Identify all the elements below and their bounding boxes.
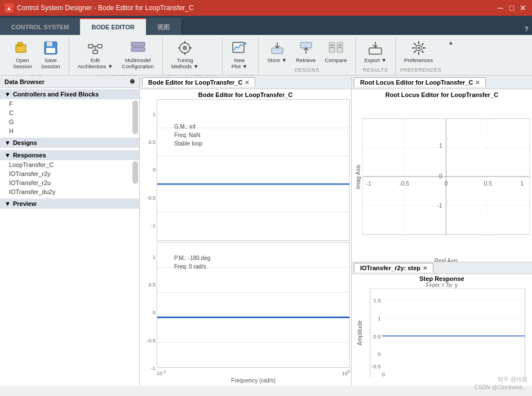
controllers-section-title[interactable]: ▼ Controllers and Fixed Blocks <box>0 89 139 99</box>
phase-freq-label: Freq: 0 rad/s <box>174 262 210 271</box>
bode-phase-annotation: P.M.: -180 deg Freq: 0 rad/s <box>174 254 210 271</box>
rl-y-label: Imag Axis <box>354 98 362 255</box>
tuning-methods-button[interactable]: TuningMethods ▼ <box>167 37 202 73</box>
bode-plot-title: Bode Editor for LoopTransfer_C <box>141 91 350 99</box>
svg-text:0.5: 0.5 <box>373 333 380 339</box>
phase-plot-inner[interactable]: P.M.: -180 deg Freq: 0 rad/s <box>157 242 350 368</box>
collapse-icon-preview: ▼ <box>5 200 11 207</box>
new-plot-label: NewPlot ▼ <box>232 57 247 70</box>
bode-tab-close[interactable]: ✕ <box>245 80 249 86</box>
preferences-button[interactable]: Preferences <box>400 37 437 66</box>
phase-x-axis: 10-1 100 <box>157 368 350 377</box>
magnitude-plot-inner[interactable]: G.M.: inf Freq: NaN Stable loop <box>157 99 350 241</box>
svg-rect-10 <box>131 42 145 46</box>
export-button[interactable]: Export ▼ <box>360 37 391 66</box>
step-response-close[interactable]: ✕ <box>423 265 427 271</box>
svg-rect-1 <box>18 42 23 46</box>
svg-line-38 <box>422 43 424 46</box>
data-browser-title: Data Browser <box>5 78 45 85</box>
edit-architecture-button[interactable]: EditArchitecture ▼ <box>74 37 117 73</box>
svg-text:-0.5: -0.5 <box>399 181 409 187</box>
sidebar-item-C[interactable]: C <box>0 108 139 117</box>
multimodel-label: MultimodelConfiguration <box>122 57 154 70</box>
preferences-label: Preferences <box>404 57 433 63</box>
tuning-icon <box>177 40 193 56</box>
data-browser-header: Data Browser ⊕ <box>0 76 139 88</box>
multimodel-config-button[interactable]: MultimodelConfiguration <box>118 37 158 73</box>
root-locus-tab-bar: Root Locus Editor for LoopTransfer_C ✕ <box>352 76 532 89</box>
retrieve-button[interactable]: Retrieve <box>292 37 320 66</box>
root-locus-panel: Root Locus Editor for LoopTransfer_C ✕ R… <box>352 76 532 262</box>
sidebar-item-iotransfer-r2y[interactable]: IOTransfer_r2y <box>0 169 139 178</box>
sidebar-item-iotransfer-du2y[interactable]: IOTransfer_du2y <box>0 187 139 196</box>
svg-text:1.5: 1.5 <box>373 297 380 303</box>
sidebar-item-looptransfer[interactable]: LoopTransfer_C <box>0 160 139 169</box>
sidebar-item-F[interactable]: F <box>0 99 139 108</box>
preview-section: ▼ Preview <box>0 197 139 210</box>
preferences-icon <box>411 40 427 56</box>
edit-architecture-label: EditArchitecture ▼ <box>78 57 113 70</box>
bode-phase-plot: 10.50-0.5-1 <box>141 242 350 384</box>
store-label: Store ▼ <box>267 57 287 63</box>
ribbon-group-analysis: NewPlot ▼ ANALYSIS <box>223 37 259 75</box>
title-bar: ▲ Control System Designer - Bode Editor … <box>0 0 532 16</box>
collapse-icon: ▼ <box>5 91 11 98</box>
step-y-label: Amplitude <box>354 288 365 377</box>
root-locus-plot-area[interactable]: Root Locus Editor for LoopTransfer_C Ima… <box>352 89 532 262</box>
step-response-tab[interactable]: IOTransfer_r2y: step ✕ <box>354 263 433 272</box>
tab-view[interactable]: 视图 <box>146 18 181 35</box>
root-locus-title: Root Locus Editor for LoopTransfer_C <box>354 91 530 98</box>
preferences-group-label: PREFERENCES <box>400 66 441 73</box>
main-content: Data Browser ⊕ ▼ Controllers and Fixed B… <box>0 76 532 386</box>
maximize-button[interactable]: □ <box>507 3 516 12</box>
root-locus-svg: 1 0 -1 -0.5 0 0.5 -1 1 <box>362 98 530 255</box>
svg-text:-1: -1 <box>437 203 442 209</box>
collapse-icon-responses: ▼ <box>5 152 11 159</box>
new-plot-button[interactable]: NewPlot ▼ <box>227 37 252 73</box>
sidebar-item-H[interactable]: H <box>0 126 139 135</box>
svg-rect-6 <box>97 45 102 48</box>
bode-magnitude-plot: 10.50-0.5-1 <box>141 99 350 241</box>
data-browser-sidebar: Data Browser ⊕ ▼ Controllers and Fixed B… <box>0 76 140 386</box>
bode-editor-tab[interactable]: Bode Editor for LoopTransfer_C ✕ <box>142 77 255 87</box>
ribbon-collapse[interactable]: ▲ <box>446 37 456 75</box>
minimize-button[interactable]: ─ <box>496 3 505 12</box>
root-locus-tab[interactable]: Root Locus Editor for LoopTransfer_C ✕ <box>354 77 486 87</box>
designs-group-label: DESIGNS <box>263 66 351 73</box>
preview-section-title[interactable]: ▼ Preview <box>0 199 139 209</box>
save-session-label: SaveSession <box>41 57 60 70</box>
editors-container: Bode Editor for LoopTransfer_C ✕ Bode Ed… <box>140 76 532 386</box>
step-response-content[interactable]: Step Response From: r To: y Amplitude <box>352 274 532 386</box>
magnitude-y-axis: 10.50-0.5-1 <box>141 99 157 241</box>
svg-text:0: 0 <box>445 181 448 187</box>
architecture-icon <box>87 40 103 56</box>
sidebar-item-G[interactable]: G <box>0 117 139 126</box>
ribbon-group-designs: Store ▼ Retrieve <box>259 37 356 75</box>
bode-plot-area: Bode Editor for LoopTransfer_C 10.50-0.5… <box>140 89 351 386</box>
data-browser-expand-icon[interactable]: ⊕ <box>130 78 135 85</box>
step-response-title: Step Response <box>354 275 530 282</box>
tab-bode-editor[interactable]: BODE EDITOR <box>80 18 145 35</box>
compare-button[interactable]: Compare <box>321 37 351 66</box>
bode-editor-panel: Bode Editor for LoopTransfer_C ✕ Bode Ed… <box>140 76 352 386</box>
gm-label: G.M.: inf <box>174 122 202 131</box>
main-tab-bar: CONTROL SYSTEM BODE EDITOR 视图 ? <box>0 16 532 35</box>
help-button[interactable]: ? <box>521 24 532 35</box>
root-locus-svg-container: 1 0 -1 -0.5 0 0.5 -1 1 Real Axis <box>362 98 530 255</box>
bode-tab-bar: Bode Editor for LoopTransfer_C ✕ <box>140 76 351 89</box>
sidebar-item-iotransfer-r2u[interactable]: IOTransfer_r2u <box>0 178 139 187</box>
svg-text:1: 1 <box>378 315 380 322</box>
close-button[interactable]: ✕ <box>518 3 527 12</box>
responses-section-title[interactable]: ▼ Responses <box>0 150 139 160</box>
designs-section-title[interactable]: ▼ Designs <box>0 138 139 148</box>
root-locus-close[interactable]: ✕ <box>475 80 480 86</box>
svg-point-31 <box>418 47 420 49</box>
ribbon-group-preferences: Preferences PREFERENCES <box>396 37 446 75</box>
tab-control-system[interactable]: CONTROL SYSTEM <box>0 18 80 35</box>
svg-line-36 <box>414 43 416 46</box>
save-session-button[interactable]: SaveSession <box>37 37 64 73</box>
svg-rect-22 <box>300 42 312 48</box>
store-button[interactable]: Store ▼ <box>263 37 291 66</box>
svg-text:0: 0 <box>378 351 380 357</box>
open-session-button[interactable]: OpenSession <box>9 37 36 73</box>
